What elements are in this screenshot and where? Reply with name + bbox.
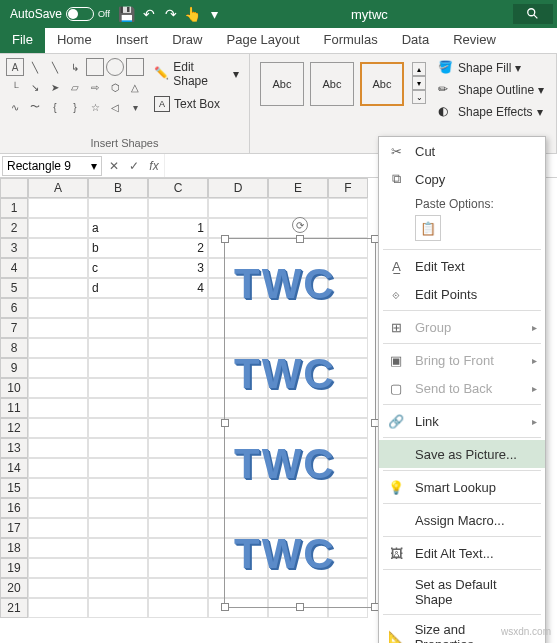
row-header[interactable]: 11	[0, 398, 28, 418]
row-header[interactable]: 5	[0, 278, 28, 298]
cell[interactable]	[148, 558, 208, 578]
fx-icon[interactable]: fx	[144, 159, 164, 173]
cell[interactable]	[28, 298, 88, 318]
cell[interactable]	[148, 198, 208, 218]
cell[interactable]: 2	[148, 238, 208, 258]
cell[interactable]	[88, 578, 148, 598]
shape-parallelogram-icon[interactable]: ▱	[66, 78, 84, 96]
shape-hex-icon[interactable]: ⬡	[106, 78, 124, 96]
cell[interactable]	[88, 558, 148, 578]
cell[interactable]	[28, 478, 88, 498]
col-header-c[interactable]: C	[148, 178, 208, 198]
shape-line-icon[interactable]: ╲	[26, 58, 44, 76]
cell[interactable]	[28, 578, 88, 598]
cell[interactable]	[148, 578, 208, 598]
cell[interactable]	[148, 418, 208, 438]
cell[interactable]	[88, 498, 148, 518]
cell[interactable]	[148, 398, 208, 418]
row-header[interactable]: 8	[0, 338, 28, 358]
style-sample-3[interactable]: Abc	[360, 62, 404, 106]
cell[interactable]	[28, 398, 88, 418]
cell[interactable]	[28, 538, 88, 558]
shape-curve-icon[interactable]: ↘	[26, 78, 44, 96]
tab-formulas[interactable]: Formulas	[312, 28, 390, 53]
cell[interactable]	[28, 558, 88, 578]
style-sample-2[interactable]: Abc	[310, 62, 354, 106]
cell[interactable]	[88, 598, 148, 618]
cell[interactable]	[28, 258, 88, 278]
ctx-edit-alt-text[interactable]: 🖼Edit Alt Text...	[379, 539, 545, 567]
shape-rrect-icon[interactable]	[126, 58, 144, 76]
autosave-toggle[interactable]: AutoSave Off	[4, 7, 116, 21]
shape-styles-gallery[interactable]: Abc Abc Abc ▴ ▾ ⌄	[256, 58, 430, 122]
cell[interactable]	[148, 478, 208, 498]
search-button[interactable]	[513, 4, 553, 24]
cell[interactable]	[148, 338, 208, 358]
row-header[interactable]: 2	[0, 218, 28, 238]
shape-rect-icon[interactable]	[86, 58, 104, 76]
sel-handle[interactable]	[296, 603, 304, 611]
cell[interactable]	[88, 198, 148, 218]
tab-home[interactable]: Home	[45, 28, 104, 53]
sel-handle[interactable]	[221, 603, 229, 611]
ctx-cut[interactable]: ✂Cut	[379, 137, 545, 165]
cell[interactable]	[328, 218, 368, 238]
shape-callout-icon[interactable]: ◁	[106, 98, 124, 116]
cell[interactable]: 1	[148, 218, 208, 238]
tab-insert[interactable]: Insert	[104, 28, 161, 53]
cell[interactable]	[148, 538, 208, 558]
cell[interactable]	[88, 338, 148, 358]
cell[interactable]: c	[88, 258, 148, 278]
edit-shape-button[interactable]: ✏️ Edit Shape ▾	[150, 58, 243, 90]
cell[interactable]	[208, 218, 268, 238]
cell[interactable]	[28, 278, 88, 298]
cell[interactable]	[88, 438, 148, 458]
shape-effects-button[interactable]: ◐ Shape Effects ▾	[434, 102, 548, 122]
ctx-save-as-picture[interactable]: Save as Picture...	[379, 440, 545, 468]
cell[interactable]	[328, 198, 368, 218]
col-header-b[interactable]: B	[88, 178, 148, 198]
cell[interactable]	[28, 318, 88, 338]
shape-fill-button[interactable]: 🪣 Shape Fill ▾	[434, 58, 548, 78]
cell[interactable]	[148, 598, 208, 618]
ctx-copy[interactable]: ⧉Copy	[379, 165, 545, 193]
paste-button[interactable]: 📋	[415, 215, 441, 241]
cell[interactable]	[148, 458, 208, 478]
text-box-button[interactable]: A Text Box	[150, 94, 243, 114]
style-sample-1[interactable]: Abc	[260, 62, 304, 106]
cell[interactable]	[28, 458, 88, 478]
row-header[interactable]: 15	[0, 478, 28, 498]
row-header[interactable]: 4	[0, 258, 28, 278]
row-header[interactable]: 17	[0, 518, 28, 538]
name-box[interactable]: Rectangle 9 ▾	[2, 156, 102, 176]
rotate-handle-icon[interactable]: ⟳	[292, 217, 308, 233]
shape-brace-r-icon[interactable]: }	[66, 98, 84, 116]
row-header[interactable]: 18	[0, 538, 28, 558]
cell[interactable]	[28, 198, 88, 218]
shape-arrow2-icon[interactable]: ⇨	[86, 78, 104, 96]
tab-file[interactable]: File	[0, 28, 45, 53]
row-header[interactable]: 1	[0, 198, 28, 218]
ctx-set-default[interactable]: Set as Default Shape	[379, 572, 545, 612]
ctx-link[interactable]: 🔗Link▸	[379, 407, 545, 435]
twc-shape-3[interactable]: TWC	[234, 440, 336, 488]
shape-curve2-icon[interactable]: ∿	[6, 98, 24, 116]
ctx-edit-points[interactable]: ⟐Edit Points	[379, 280, 545, 308]
sel-handle[interactable]	[221, 419, 229, 427]
cell[interactable]	[148, 358, 208, 378]
cell[interactable]	[88, 318, 148, 338]
cell[interactable]	[28, 598, 88, 618]
undo-icon[interactable]: ↶	[138, 3, 160, 25]
twc-shape-1[interactable]: TWC	[234, 260, 336, 308]
cell[interactable]: 3	[148, 258, 208, 278]
row-header[interactable]: 3	[0, 238, 28, 258]
cell[interactable]	[28, 238, 88, 258]
cell[interactable]: a	[88, 218, 148, 238]
qat-dropdown-icon[interactable]: ▾	[204, 3, 226, 25]
ctx-assign-macro[interactable]: Assign Macro...	[379, 506, 545, 534]
tab-page-layout[interactable]: Page Layout	[215, 28, 312, 53]
shape-elbow-icon[interactable]: └	[6, 78, 24, 96]
cell[interactable]	[148, 378, 208, 398]
row-header[interactable]: 21	[0, 598, 28, 618]
shape-star-icon[interactable]: ☆	[86, 98, 104, 116]
